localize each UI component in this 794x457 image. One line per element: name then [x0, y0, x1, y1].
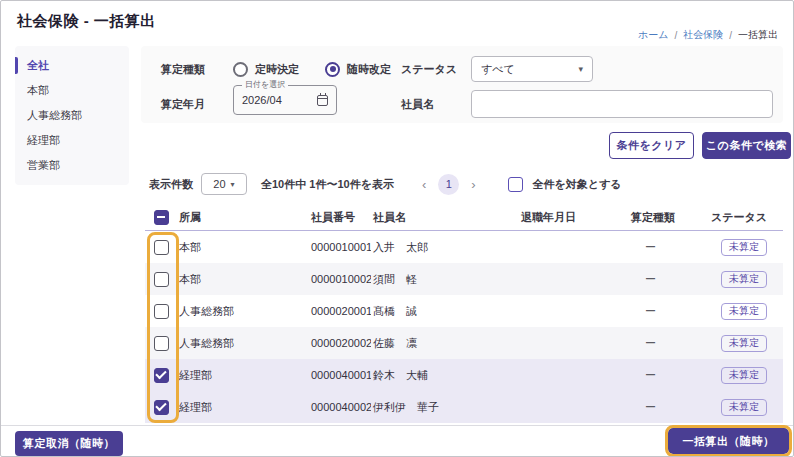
column-employee-name: 社員名 — [371, 210, 519, 225]
sidebar-item-sales[interactable]: 営業部 — [15, 153, 129, 178]
employee-name-label: 社員名 — [401, 97, 434, 112]
table-row: 本部 0000010001 入井 太郎 ー 未算定 — [145, 231, 783, 263]
date-field-label: 日付を選択 — [242, 81, 288, 89]
row-checkbox[interactable] — [154, 304, 169, 319]
page-size-label: 表示件数 — [149, 177, 193, 192]
cancel-calculation-button[interactable]: 算定取消（随時） — [15, 431, 123, 456]
row-checkbox[interactable] — [154, 272, 169, 287]
search-button[interactable]: この条件で検索 — [702, 132, 791, 159]
cell-calc-type: ー — [629, 240, 709, 255]
sidebar-item-accounting[interactable]: 経理部 — [15, 128, 129, 153]
column-retirement-date: 退職年月日 — [519, 210, 629, 225]
cell-employee-name: 鈴木 大輔 — [371, 368, 519, 383]
cell-calc-type: ー — [629, 368, 709, 383]
social-insurance-batch-page: 社会保険 - 一括算出 ホーム / 社会保険 / 一括算出 全社 本部 人事総務… — [0, 0, 794, 457]
column-status: ステータス — [709, 210, 783, 225]
table-row: 経理部 0000040002 伊利伊 華子 ー 未算定 — [145, 391, 783, 423]
cell-department: 人事総務部 — [177, 336, 309, 351]
breadcrumb-current: 一括算出 — [738, 28, 778, 42]
radio-option-scheduled[interactable]: 定時決定 — [233, 62, 299, 77]
status-badge: 未算定 — [721, 239, 767, 256]
cell-employee-number: 0000040002 — [309, 401, 371, 413]
filter-panel: 算定種類 定時決定 随時改定 ステータス すべて ▾ 算定年月 日付を選択 — [141, 46, 783, 123]
department-sidebar: 全社 本部 人事総務部 経理部 営業部 — [15, 46, 129, 185]
breadcrumb-separator: / — [729, 30, 732, 41]
sidebar-item-all-company[interactable]: 全社 — [15, 53, 129, 78]
row-checkbox[interactable] — [154, 400, 169, 415]
row-checkbox[interactable] — [154, 336, 169, 351]
sidebar-item-headquarters[interactable]: 本部 — [15, 78, 129, 103]
cell-employee-number: 0000010001 — [309, 241, 371, 253]
result-summary: 全10件中 1件〜10件を表示 — [261, 177, 394, 192]
status-badge: 未算定 — [721, 399, 767, 416]
cell-employee-name: 伊利伊 華子 — [371, 400, 519, 415]
radio-option-occasional[interactable]: 随時改定 — [325, 62, 391, 77]
row-checkbox[interactable] — [154, 368, 169, 383]
calc-type-radio-group: 定時決定 随時改定 — [233, 62, 391, 77]
cell-department: 経理部 — [177, 368, 309, 383]
table-body: 本部 0000010001 入井 太郎 ー 未算定 本部 0000010002 … — [145, 231, 783, 423]
status-badge: 未算定 — [721, 303, 767, 320]
cell-employee-name: 髙橋 誠 — [371, 304, 519, 319]
calendar-icon[interactable] — [317, 95, 328, 106]
batch-calculate-button[interactable]: 一括算出（随時） — [668, 428, 789, 454]
cell-calc-type: ー — [629, 336, 709, 351]
cell-employee-number: 0000020002 — [309, 337, 371, 349]
cell-employee-number: 0000020001 — [309, 305, 371, 317]
header-checkbox[interactable] — [154, 210, 169, 225]
prev-page-icon[interactable]: ‹ — [420, 177, 428, 192]
cell-employee-name: 入井 太郎 — [371, 240, 519, 255]
cell-calc-type: ー — [629, 272, 709, 287]
calc-month-label: 算定年月 — [161, 97, 205, 112]
cell-calc-type: ー — [629, 400, 709, 415]
table-row: 人事総務部 0000020002 佐藤 凛 ー 未算定 — [145, 327, 783, 359]
cell-department: 本部 — [177, 240, 309, 255]
select-all-control[interactable]: 全件を対象とする — [508, 177, 622, 192]
list-controls: 表示件数 20 ▾ 全10件中 1件〜10件を表示 ‹ 1 › 全件を対象とする — [149, 173, 622, 195]
status-label: ステータス — [401, 62, 457, 77]
cell-department: 経理部 — [177, 400, 309, 415]
page-size-select[interactable]: 20 ▾ — [201, 173, 247, 195]
radio-icon-scheduled[interactable] — [233, 62, 248, 77]
cell-department: 人事総務部 — [177, 304, 309, 319]
sidebar-item-hr-general-affairs[interactable]: 人事総務部 — [15, 103, 129, 128]
radio-icon-occasional[interactable] — [325, 62, 340, 77]
employee-name-input[interactable] — [471, 90, 773, 118]
cell-employee-number: 0000010002 — [309, 273, 371, 285]
calc-month-input[interactable]: 日付を選択 2026/04 — [233, 85, 337, 115]
calc-type-label: 算定種類 — [161, 62, 205, 77]
status-badge: 未算定 — [721, 335, 767, 352]
cell-employee-number: 0000040001 — [309, 369, 371, 381]
breadcrumb-separator: / — [674, 30, 677, 41]
column-employee-number: 社員番号 — [309, 210, 371, 225]
next-page-icon[interactable]: › — [469, 177, 477, 192]
table-row: 人事総務部 0000020001 髙橋 誠 ー 未算定 — [145, 295, 783, 327]
status-badge: 未算定 — [721, 367, 767, 384]
employee-table: 所属 社員番号 社員名 退職年月日 算定種類 ステータス 本部 00000100… — [145, 204, 783, 423]
breadcrumb-social-insurance[interactable]: 社会保険 — [683, 28, 723, 42]
table-row: 経理部 0000040001 鈴木 大輔 ー 未算定 — [145, 359, 783, 391]
column-calc-type: 算定種類 — [629, 210, 709, 225]
table-header: 所属 社員番号 社員名 退職年月日 算定種類 ステータス — [145, 204, 783, 231]
table-row: 本部 0000010002 須間 軽 ー 未算定 — [145, 263, 783, 295]
page-number[interactable]: 1 — [438, 174, 459, 195]
status-select[interactable]: すべて ▾ — [471, 56, 593, 82]
breadcrumb: ホーム / 社会保険 / 一括算出 — [638, 28, 778, 42]
column-department: 所属 — [177, 210, 309, 225]
page-title: 社会保険 - 一括算出 — [17, 12, 156, 31]
cell-calc-type: ー — [629, 304, 709, 319]
breadcrumb-home[interactable]: ホーム — [638, 28, 668, 42]
chevron-down-icon: ▾ — [578, 64, 583, 74]
cell-employee-name: 須間 軽 — [371, 272, 519, 287]
chevron-down-icon: ▾ — [231, 180, 235, 189]
status-badge: 未算定 — [721, 271, 767, 288]
cell-department: 本部 — [177, 272, 309, 287]
select-all-checkbox[interactable] — [508, 177, 523, 192]
footer-divider — [1, 425, 793, 426]
pagination: ‹ 1 › — [420, 174, 478, 195]
select-all-label: 全件を対象とする — [533, 177, 622, 192]
clear-conditions-button[interactable]: 条件をクリア — [609, 132, 694, 159]
cell-employee-name: 佐藤 凛 — [371, 336, 519, 351]
row-checkbox[interactable] — [154, 240, 169, 255]
